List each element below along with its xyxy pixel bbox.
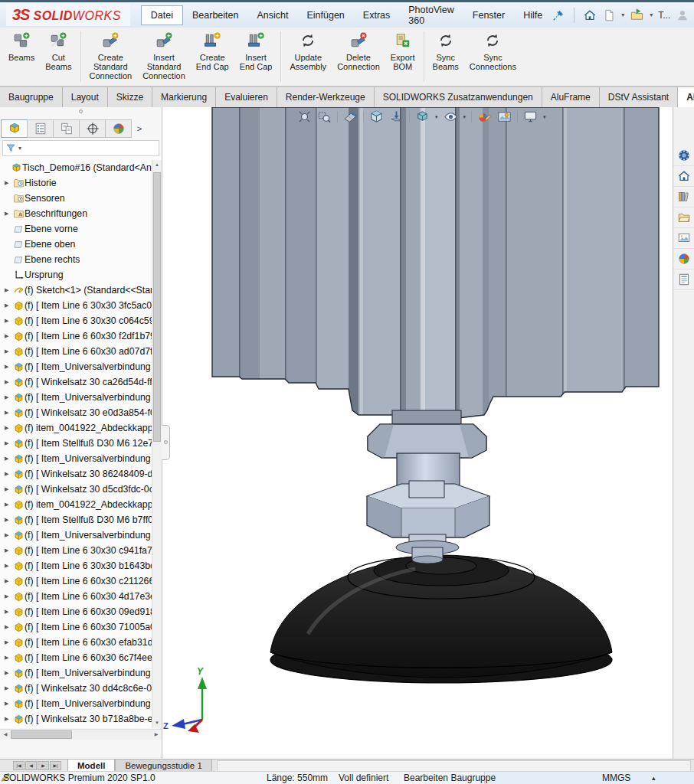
- tree-item[interactable]: Ebene oben: [0, 237, 162, 252]
- menu-extras[interactable]: Extras: [354, 6, 399, 24]
- expand-arrow-icon[interactable]: ▶: [5, 639, 13, 645]
- tree-item[interactable]: ▶(f) [ Item Line 6 60x30 f2df1b79: [0, 328, 162, 344]
- tree-vertical-scrollbar[interactable]: ▲ ▼: [152, 160, 162, 728]
- menu-photoview-360[interactable]: PhotoView 360: [399, 1, 463, 30]
- ribbon-tab-markierung[interactable]: Markierung: [152, 87, 216, 107]
- expand-arrow-icon[interactable]: ▶: [5, 333, 13, 339]
- menu-ansicht[interactable]: Ansicht: [247, 6, 297, 24]
- ribbon-button-create-standard-connection[interactable]: Create Standard Connection: [84, 28, 138, 86]
- scroll-up-icon[interactable]: ▲: [152, 160, 162, 170]
- study-nav-icon-1[interactable]: ◀: [25, 761, 37, 770]
- ribbon-button-insert-endcap[interactable]: Insert End Cap: [234, 28, 278, 86]
- ribbon-tab-evaluieren[interactable]: Evaluieren: [216, 87, 277, 107]
- tree-item[interactable]: ▶(f) [ Item_Universalverbindung: [0, 696, 162, 711]
- menu-hilfe[interactable]: Hilfe: [514, 6, 552, 24]
- zoom-fit-icon[interactable]: [297, 109, 312, 124]
- menu-datei[interactable]: Datei: [141, 5, 183, 25]
- ribbon-button-delete-connection[interactable]: Delete Connection: [332, 28, 385, 86]
- scroll-down-icon[interactable]: ▼: [152, 718, 162, 728]
- apply-scene-icon[interactable]: [497, 109, 512, 124]
- expand-arrow-icon[interactable]: ▶: [5, 517, 13, 523]
- panel-tab-propertymanager[interactable]: [27, 119, 54, 138]
- tree-item[interactable]: Ebene vorne: [0, 221, 162, 237]
- tree-item[interactable]: ▶Historie: [0, 175, 162, 191]
- expand-arrow-icon[interactable]: ▶: [5, 302, 13, 309]
- panel-tab-displaymanager[interactable]: [105, 119, 132, 138]
- tree-item[interactable]: ▶Beschriftungen: [0, 206, 162, 221]
- expand-arrow-icon[interactable]: ▶: [5, 501, 13, 508]
- panel-collapse-handle[interactable]: [0, 109, 162, 119]
- panel-tab-configurationmanager[interactable]: [53, 119, 80, 138]
- expand-arrow-icon[interactable]: ▶: [5, 624, 13, 630]
- ribbon-button-cut-beams[interactable]: Cut Beams: [40, 28, 77, 86]
- ribbon-tab-render-werkzeuge[interactable]: Render-Werkzeuge: [277, 87, 375, 107]
- tree-item[interactable]: ▶(f) [ Item Line 6 30x30 c064c590: [0, 313, 162, 328]
- tree-item[interactable]: ▶(f) [ Item_Universalverbindung: [0, 528, 162, 543]
- expand-arrow-icon[interactable]: ▶: [5, 394, 13, 400]
- tree-item[interactable]: ▶(f) [ Item_Universalverbindung: [0, 665, 162, 681]
- edit-appearance-icon[interactable]: [477, 109, 492, 124]
- expand-arrow-icon[interactable]: ▶: [5, 364, 13, 370]
- open-doc-icon[interactable]: [630, 8, 644, 22]
- expand-arrow-icon[interactable]: ▶: [5, 211, 13, 217]
- truncated-search-button[interactable]: T...: [658, 10, 670, 21]
- graphics-viewport[interactable]: Y Z ▾▾▾: [162, 107, 673, 759]
- panel-tab-dimxpert[interactable]: [79, 119, 106, 138]
- ribbon-tab-baugruppe[interactable]: Baugruppe: [0, 87, 63, 107]
- tree-item[interactable]: ▶(f) [ Item_Universalverbindung: [0, 390, 162, 405]
- expand-arrow-icon[interactable]: ▶: [5, 532, 13, 538]
- expand-arrow-icon[interactable]: ▶: [5, 563, 13, 569]
- ribbon-tab-solidworks-zusatzanwendungen[interactable]: SOLIDWORKS Zusatzanwendungen: [375, 87, 542, 107]
- expand-arrow-icon[interactable]: ▶: [5, 287, 13, 293]
- expand-arrow-icon[interactable]: ▶: [5, 701, 13, 707]
- menu-einf-gen[interactable]: Einfügen: [297, 6, 353, 24]
- home-icon[interactable]: [583, 8, 597, 22]
- expand-arrow-icon[interactable]: ▶: [5, 655, 13, 661]
- study-nav-icon-2[interactable]: ▶: [38, 761, 49, 770]
- funnel-icon[interactable]: [5, 142, 17, 154]
- tree-vscroll-thumb[interactable]: [153, 172, 161, 442]
- tree-item[interactable]: ▶(f) [ Item Line 6 60x30 09ed918: [0, 604, 162, 619]
- scroll-right-icon[interactable]: ▶: [151, 730, 162, 740]
- expand-arrow-icon[interactable]: ▶: [5, 456, 13, 462]
- tree-item[interactable]: ▶(f) [ Item Line 6 60x30 4d17e3e: [0, 589, 162, 604]
- tree-item[interactable]: ▶(f) [ Item Line 6 60x30 71005a02: [0, 619, 162, 635]
- ribbon-button-sync-connections[interactable]: Sync Connections: [464, 28, 522, 86]
- tree-hscroll-thumb[interactable]: [11, 730, 72, 739]
- ribbon-button-sync-beams[interactable]: Sync Beams: [427, 28, 464, 86]
- tree-item[interactable]: ▶(f) [ Winkelsatz 30 86248409-d7: [0, 466, 162, 482]
- expand-arrow-icon[interactable]: ▶: [5, 578, 13, 584]
- expand-arrow-icon[interactable]: ▶: [5, 670, 13, 676]
- ribbon-button-beams[interactable]: Beams: [3, 28, 40, 86]
- expand-arrow-icon[interactable]: ▶: [5, 318, 13, 324]
- view-settings-icon[interactable]: [523, 109, 538, 124]
- expand-arrow-icon[interactable]: ▶: [5, 547, 13, 554]
- open-doc-caret-icon[interactable]: ▾: [650, 11, 653, 18]
- tree-item[interactable]: ▶(f) [ Item Stellfuß D30 M6 b7ff0: [0, 512, 162, 528]
- tree-item[interactable]: ▶(f) [ Item Line 6 30x30 c941fa7c: [0, 543, 162, 558]
- menu-bearbeiten[interactable]: Bearbeiten: [183, 6, 247, 24]
- hide-show-icon[interactable]: [444, 109, 458, 124]
- study-nav-icon-0[interactable]: |◀: [13, 761, 25, 770]
- taskpane-appearances[interactable]: [673, 249, 694, 270]
- ribbon-button-update-assembly[interactable]: Update Assembly: [284, 28, 332, 86]
- taskpane-file-explorer[interactable]: [673, 207, 694, 228]
- dropdown-caret-icon[interactable]: ▾: [435, 114, 438, 120]
- scroll-left-icon[interactable]: ◀: [0, 730, 11, 740]
- expand-arrow-icon[interactable]: ▶: [5, 685, 13, 691]
- panel-splitter-handle[interactable]: [162, 425, 170, 460]
- tree-item[interactable]: ▶(f) [ Winkelsatz 30 b718a8be-ef: [0, 711, 162, 727]
- taskpane-home[interactable]: [673, 166, 694, 187]
- expand-arrow-icon[interactable]: ▶: [5, 471, 13, 477]
- tree-item[interactable]: Ursprung: [0, 267, 162, 283]
- normal-to-icon[interactable]: [389, 109, 404, 124]
- ribbon-tab-aluframe[interactable]: AluFrame: [542, 87, 600, 107]
- tree-item[interactable]: ▶(f) [ Item_Universalverbindung: [0, 359, 162, 374]
- taskpane-view-palette[interactable]: [673, 228, 694, 249]
- study-tab-modell[interactable]: Modell: [67, 760, 115, 771]
- pin-icon[interactable]: [552, 8, 565, 22]
- ribbon-button-create-endcap[interactable]: Create End Cap: [191, 28, 234, 86]
- ribbon-tab-layout[interactable]: Layout: [63, 87, 108, 107]
- ribbon-button-insert-standard-connection[interactable]: Insert Standard Connection: [137, 28, 191, 86]
- expand-arrow-icon[interactable]: ▶: [5, 609, 13, 615]
